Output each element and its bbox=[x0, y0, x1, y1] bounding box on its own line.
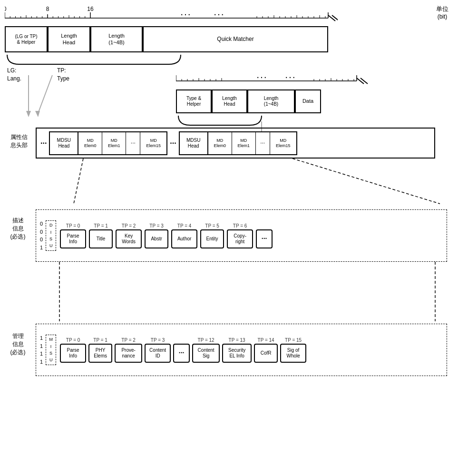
shuxin-label: 属性信息头部 bbox=[5, 133, 33, 149]
tp14-label-m: TP = 14 bbox=[258, 337, 274, 343]
svg-line-41 bbox=[38, 75, 52, 113]
author-box: Author bbox=[171, 229, 197, 248]
dashed-lines-1 bbox=[36, 159, 445, 206]
tp0-label-d: TP = 0 bbox=[66, 223, 80, 228]
entity-box: Entity bbox=[200, 229, 224, 248]
ruler-middle: · · · · · · bbox=[176, 67, 376, 88]
svg-marker-40 bbox=[26, 111, 31, 117]
svg-text:8: 8 bbox=[46, 6, 49, 12]
tp3-label-d: TP = 3 bbox=[149, 223, 164, 228]
tp13-label-m: TP = 13 bbox=[229, 337, 245, 343]
guanli-label: 管理信息(必选) bbox=[5, 332, 31, 356]
tp-items-manage: TP = 0 ParseInfo TP = 1 PHYElems TP = 2 … bbox=[60, 337, 306, 363]
phy-elems-box: PHYElems bbox=[88, 344, 112, 363]
disu-box: DISU bbox=[46, 220, 56, 251]
tp5-label-d: TP = 5 bbox=[205, 223, 219, 228]
tp12-label-m: TP = 12 bbox=[198, 337, 214, 343]
parse-info-d: ParseInfo bbox=[60, 229, 86, 248]
length-head-box: LengthHead bbox=[48, 26, 90, 52]
md-dots-1: ··· bbox=[126, 132, 140, 154]
svg-line-65 bbox=[361, 78, 368, 84]
dashed-lines-2 bbox=[36, 262, 449, 324]
brace-row1 bbox=[5, 52, 333, 67]
tp3-label-m: TP = 3 bbox=[151, 337, 165, 343]
length-2-box: Length(1~4B) bbox=[247, 89, 295, 113]
manage-dashed-box: 1 1 1 1 MISU TP = 0 ParseInfo TP = 1 PHY… bbox=[36, 324, 447, 376]
row1-boxes: (LG or TP)& Helper LengthHead Length(1~4… bbox=[5, 26, 328, 52]
lg-tp-helper-box: (LG or TP)& Helper bbox=[5, 26, 48, 52]
content-id-box: ContentID bbox=[145, 344, 171, 363]
sig-of-whole-box: Sig ofWhole bbox=[280, 344, 306, 363]
brace-row2 bbox=[176, 113, 323, 128]
md-elem0-1: MDElem0 bbox=[78, 132, 102, 154]
tp4-label-d: TP = 4 bbox=[177, 223, 192, 228]
tp-items-describe: TP = 0 ParseInfo TP = 1 Title TP = 2 Key… bbox=[60, 223, 273, 248]
dots-m: ··· bbox=[173, 344, 190, 363]
ruler-top: 0 8 16 · · · · · · bbox=[5, 4, 338, 25]
svg-text:· · ·: · · · bbox=[181, 11, 190, 19]
svg-line-68 bbox=[74, 159, 83, 204]
arrows-lg-tp bbox=[14, 75, 109, 123]
mdsu-outer-box: ··· MDSUHead MDElem0 MDElem1 ··· MDElem1… bbox=[36, 128, 435, 159]
length-head2-box: LengthHead bbox=[212, 89, 247, 113]
svg-marker-42 bbox=[35, 111, 40, 117]
cofr-box: CofR bbox=[254, 344, 278, 363]
svg-text:· · ·: · · · bbox=[257, 74, 266, 81]
svg-text:0: 0 bbox=[5, 6, 7, 12]
mdsu-head1: MDSUHead bbox=[50, 132, 78, 154]
content-sig-box: ContentSig bbox=[192, 344, 220, 363]
parse-info-m: ParseInfo bbox=[60, 344, 86, 363]
tp0-label-m: TP = 0 bbox=[66, 337, 80, 343]
length-1-4b-box: Length(1~4B) bbox=[90, 26, 143, 52]
tp2-label-m: TP = 2 bbox=[121, 337, 136, 343]
unit-text: 单位 bbox=[436, 5, 448, 13]
mdsu-head2: MDSUHead bbox=[180, 132, 208, 154]
dots-1: ··· bbox=[40, 139, 47, 148]
dots-more-d: ··· bbox=[256, 229, 273, 248]
security-el-info-box: SecurityEL Info bbox=[222, 344, 252, 363]
svg-text:16: 16 bbox=[87, 6, 94, 12]
svg-line-69 bbox=[292, 159, 440, 204]
copyright-box: Copy-right bbox=[227, 229, 253, 248]
md-elem1-2: MDElem1 bbox=[232, 132, 256, 154]
unit-label: 单位 (bit) bbox=[436, 5, 448, 20]
quick-matcher-box: Quick Matcher bbox=[143, 26, 328, 52]
md-elem1-1: MDElem1 bbox=[102, 132, 126, 154]
provenance-box: Prove-nance bbox=[115, 344, 142, 363]
dots-2: ··· bbox=[170, 139, 176, 148]
row2-boxes: Type &Helper LengthHead Length(1~4B) Dat… bbox=[176, 89, 321, 113]
tp1-label-d: TP = 1 bbox=[94, 223, 108, 228]
tp1-label-m: TP = 1 bbox=[93, 337, 107, 343]
bits-column: 0 0 0 1 bbox=[40, 220, 43, 251]
keywords-box: KeyWords bbox=[116, 229, 142, 248]
md-elem15-1: MDElem15 bbox=[140, 132, 166, 154]
svg-text:· · ·: · · · bbox=[285, 74, 294, 81]
bits-column-m: 1 1 1 1 bbox=[40, 334, 43, 366]
tp2-label-d: TP = 2 bbox=[122, 223, 136, 228]
tp6-label-d: TP = 6 bbox=[233, 223, 247, 228]
md-dots-2: ··· bbox=[256, 132, 270, 154]
tp-dots-m bbox=[181, 337, 182, 343]
svg-line-64 bbox=[357, 78, 364, 84]
describe-dashed-box: 0 0 0 1 DISU TP = 0 ParseInfo TP = 1 Tit… bbox=[36, 209, 447, 262]
md-elem0-2: MDElem0 bbox=[208, 132, 232, 154]
tp-more-d bbox=[263, 223, 265, 228]
miaoshu-label: 描述信息(必选) bbox=[5, 217, 31, 240]
svg-line-37 bbox=[328, 15, 335, 21]
svg-text:· · ·: · · · bbox=[214, 11, 223, 19]
misu-box: MISU bbox=[46, 335, 56, 365]
type-helper-box: Type &Helper bbox=[176, 89, 212, 113]
diagram-container: 单位 (bit) 0 8 16 · · · · · · bbox=[0, 0, 458, 476]
tp15-label-m: TP = 15 bbox=[285, 337, 302, 343]
md-elem15-2: MDElem15 bbox=[270, 132, 296, 154]
unit-sublabel: (bit) bbox=[436, 13, 448, 20]
data-box: Data bbox=[295, 89, 321, 113]
title-box-d: Title bbox=[89, 229, 113, 248]
abstr-box: Abstr bbox=[145, 229, 168, 248]
